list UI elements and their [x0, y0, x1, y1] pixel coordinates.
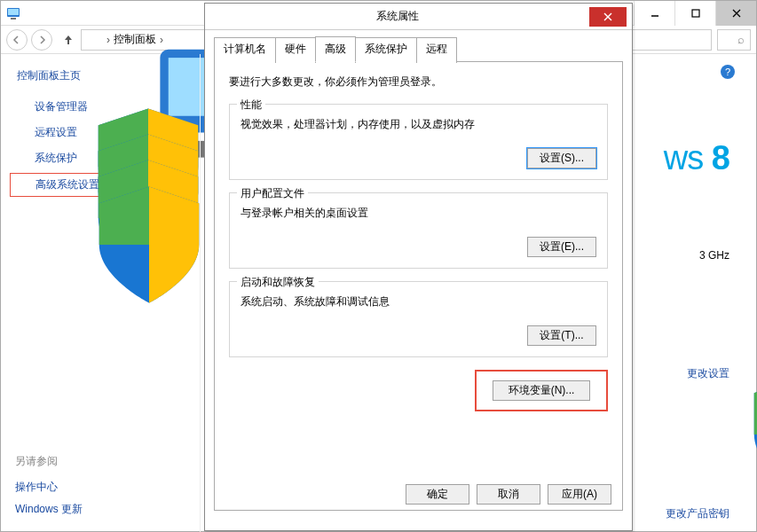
sidebar-item-label: 系统保护 — [35, 151, 77, 166]
shield-icon — [671, 368, 683, 380]
profile-settings-button[interactable]: 设置(E)... — [527, 237, 596, 257]
shield-icon — [15, 126, 29, 140]
instruction-text: 要进行大多数更改，你必须作为管理员登录。 — [229, 74, 608, 90]
tab-content: 要进行大多数更改，你必须作为管理员登录。 性能 视觉效果，处理器计划，内存使用，… — [214, 62, 623, 511]
group-title: 启动和故障恢复 — [237, 275, 319, 290]
group-title: 性能 — [237, 98, 265, 113]
see-also-windows-update[interactable]: Windows 更新 — [10, 498, 191, 520]
chevron-right-icon: › — [160, 34, 163, 46]
sidebar: 控制面板主页 设备管理器 远程设置 系统保护 高级系统设置 另请参阅 操作中心 … — [1, 54, 201, 532]
minimize-button[interactable] — [634, 1, 674, 26]
user-profile-group: 用户配置文件 与登录帐户相关的桌面设置 设置(E)... — [229, 192, 608, 269]
tabs: 计算机名 硬件 高级 系统保护 远程 — [214, 35, 623, 62]
sidebar-title[interactable]: 控制面板主页 — [10, 68, 191, 83]
shield-icon — [15, 152, 29, 166]
windows-brand: ws 8 — [664, 139, 729, 177]
breadcrumb-item[interactable]: 控制面板 — [114, 32, 156, 47]
nav-forward-button[interactable] — [31, 29, 52, 51]
maximize-button[interactable] — [674, 1, 715, 26]
startup-settings-button[interactable]: 设置(T)... — [527, 325, 596, 346]
see-also-action-center[interactable]: 操作中心 — [10, 476, 191, 498]
sidebar-item-protection[interactable]: 系统保护 — [10, 147, 191, 169]
search-input[interactable]: ⌕ — [717, 29, 751, 51]
sidebar-item-device-manager[interactable]: 设备管理器 — [10, 96, 191, 118]
sidebar-item-label: 设备管理器 — [35, 99, 88, 114]
nav-back-button[interactable] — [6, 29, 28, 51]
apply-button[interactable]: 应用(A) — [548, 484, 611, 505]
tab-computer-name[interactable]: 计算机名 — [214, 37, 276, 63]
startup-group: 启动和故障恢复 系统启动、系统故障和调试信息 设置(T)... — [229, 281, 608, 357]
chevron-right-icon: › — [106, 34, 110, 46]
env-var-highlight: 环境变量(N)... — [475, 370, 608, 411]
help-icon[interactable]: ? — [721, 65, 735, 79]
dialog-close-button[interactable] — [589, 7, 627, 27]
group-desc: 视觉效果，处理器计划，内存使用，以及虚拟内存 — [241, 117, 596, 132]
sidebar-item-label: 高级系统设置 — [35, 177, 99, 192]
performance-group: 性能 视觉效果，处理器计划，内存使用，以及虚拟内存 设置(S)... — [229, 104, 608, 180]
tab-hardware[interactable]: 硬件 — [275, 37, 316, 63]
system-icon — [6, 6, 20, 20]
system-properties-dialog: 系统属性 计算机名 硬件 高级 系统保护 远程 要进行大多数更改，你必须作为管理… — [204, 3, 633, 531]
nav-up-button[interactable] — [59, 31, 77, 49]
ghz-value: 3 GHz — [699, 249, 729, 262]
environment-variables-button[interactable]: 环境变量(N)... — [493, 380, 590, 401]
tab-remote[interactable]: 远程 — [416, 37, 457, 63]
see-also: 另请参阅 操作中心 Windows 更新 — [10, 454, 191, 520]
dialog-titlebar: 系统属性 — [205, 4, 632, 30]
tab-advanced[interactable]: 高级 — [315, 36, 356, 62]
change-settings-link[interactable]: 更改设置 — [671, 366, 729, 381]
sidebar-item-label: 远程设置 — [35, 125, 77, 140]
performance-settings-button[interactable]: 设置(S)... — [527, 148, 596, 168]
ok-button[interactable]: 确定 — [406, 484, 469, 505]
see-also-header: 另请参阅 — [10, 454, 191, 469]
dialog-footer: 确定 取消 应用(A) — [215, 479, 622, 510]
shield-icon — [15, 100, 29, 114]
search-icon: ⌕ — [737, 33, 745, 46]
group-desc: 与登录帐户相关的桌面设置 — [241, 206, 596, 221]
monitor-icon — [85, 33, 99, 47]
group-title: 用户配置文件 — [237, 186, 308, 201]
tab-protection[interactable]: 系统保护 — [355, 37, 417, 63]
dialog-title: 系统属性 — [205, 9, 589, 24]
sidebar-item-remote[interactable]: 远程设置 — [10, 121, 191, 144]
cancel-button[interactable]: 取消 — [477, 484, 540, 505]
shield-icon — [16, 178, 30, 192]
change-product-key-link[interactable]: 更改产品密钥 — [666, 506, 729, 521]
svg-rect-4 — [692, 10, 699, 17]
outer-close-button[interactable] — [715, 1, 756, 26]
group-desc: 系统启动、系统故障和调试信息 — [241, 294, 596, 309]
